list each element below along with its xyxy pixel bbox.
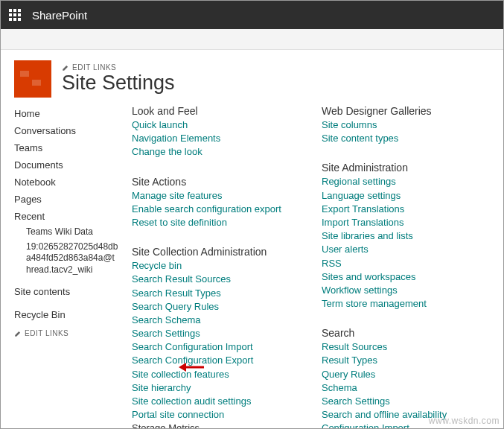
edit-links-top[interactable]: EDIT LINKS [62, 63, 175, 72]
brand-label: SharePoint [32, 9, 87, 22]
settings-link[interactable]: Search Result Sources [132, 273, 292, 286]
settings-link[interactable]: Result Sources [322, 340, 482, 354]
settings-link[interactable]: Language settings [322, 189, 482, 203]
settings-link[interactable]: Import Translations [322, 216, 482, 229]
settings-link[interactable]: Regional settings [322, 175, 482, 188]
settings-link[interactable]: Reset to site definition [132, 216, 292, 229]
svg-rect-4 [13, 13, 16, 16]
svg-rect-6 [9, 18, 12, 21]
settings-link[interactable]: Search Schema [132, 314, 292, 327]
settings-link[interactable]: Storage Metrics [132, 422, 292, 429]
svg-rect-0 [9, 9, 12, 12]
nav-recent-item[interactable]: Teams Wiki Data [14, 225, 118, 240]
settings-link[interactable]: User alerts [322, 243, 482, 256]
settings-link[interactable]: Quick launch [132, 118, 292, 132]
section-title: Search [322, 327, 482, 339]
arrow-annotation [179, 361, 204, 373]
section-title: Site Administration [322, 162, 482, 174]
settings-link[interactable]: Recycle bin [132, 259, 292, 273]
section-title: Web Designer Galleries [322, 105, 482, 117]
settings-link[interactable]: Schema [322, 381, 482, 395]
settings-link[interactable]: Change the look [132, 145, 292, 159]
edit-links-left[interactable]: EDIT LINKS [14, 329, 118, 337]
settings-link[interactable]: Enable search configuration export [132, 203, 292, 216]
settings-link[interactable]: Search Query Rules [132, 300, 292, 314]
svg-rect-8 [18, 18, 21, 21]
settings-link[interactable]: Site hierarchy [132, 381, 292, 395]
nav-conversations[interactable]: Conversations [14, 122, 118, 139]
settings-link[interactable]: Site content types [322, 132, 482, 145]
page-title: Site Settings [62, 72, 175, 95]
settings-link[interactable]: Export Translations [322, 203, 482, 216]
nav-notebook[interactable]: Notebook [14, 174, 118, 191]
settings-link[interactable]: Site collection features [132, 368, 292, 381]
settings-link[interactable]: Portal site connection [132, 408, 292, 422]
svg-rect-2 [18, 9, 21, 12]
app-launcher-icon[interactable] [1, 1, 29, 29]
settings-link[interactable]: Search Configuration Export [132, 354, 292, 367]
pencil-icon [14, 330, 22, 337]
edit-links-label: EDIT LINKS [72, 63, 116, 72]
nav-documents[interactable]: Documents [14, 156, 118, 174]
settings-link[interactable]: RSS [322, 257, 482, 270]
section-title: Site Actions [132, 176, 292, 188]
edit-links-label: EDIT LINKS [25, 329, 68, 337]
nav-home[interactable]: Home [14, 105, 118, 122]
settings-link[interactable]: Site collection audit settings [132, 395, 292, 408]
watermark: www.wskdn.com [429, 416, 500, 426]
nav-teams[interactable]: Teams [14, 139, 118, 156]
settings-link[interactable]: Site columns [322, 118, 482, 132]
nav-pages[interactable]: Pages [14, 191, 118, 208]
section-title: Look and Feel [132, 105, 292, 117]
ribbon [1, 29, 503, 50]
settings-link[interactable]: Term store management [322, 297, 482, 311]
svg-rect-7 [13, 18, 16, 21]
settings-link[interactable]: Query Rules [322, 368, 482, 381]
settings-link[interactable]: Workflow settings [322, 284, 482, 297]
settings-link[interactable]: Navigation Elements [132, 132, 292, 145]
settings-link[interactable]: Search Result Types [132, 287, 292, 300]
settings-link[interactable]: Result Types [322, 354, 482, 367]
settings-link[interactable]: Search Settings [132, 327, 292, 340]
settings-link[interactable]: Search Settings [322, 395, 482, 408]
settings-link[interactable]: Sites and workspaces [322, 270, 482, 284]
svg-rect-1 [13, 9, 16, 12]
settings-link[interactable]: Manage site features [132, 189, 292, 203]
nav-recent[interactable]: Recent [14, 208, 118, 225]
pencil-icon [62, 64, 69, 72]
site-logo[interactable] [14, 60, 51, 98]
svg-rect-3 [9, 13, 12, 16]
nav-recent-item[interactable]: 19:02652827025d48dba484fd52d863a84a@thre… [14, 240, 118, 278]
nav-site-contents[interactable]: Site contents [14, 283, 118, 300]
svg-rect-5 [18, 13, 21, 16]
section-title: Site Collection Administration [132, 246, 292, 258]
settings-link[interactable]: Site libraries and lists [322, 229, 482, 243]
settings-link[interactable]: Search Configuration Import [132, 340, 292, 354]
nav-recycle-bin[interactable]: Recycle Bin [14, 306, 118, 323]
left-nav: Home Conversations Teams Documents Noteb… [14, 105, 118, 429]
